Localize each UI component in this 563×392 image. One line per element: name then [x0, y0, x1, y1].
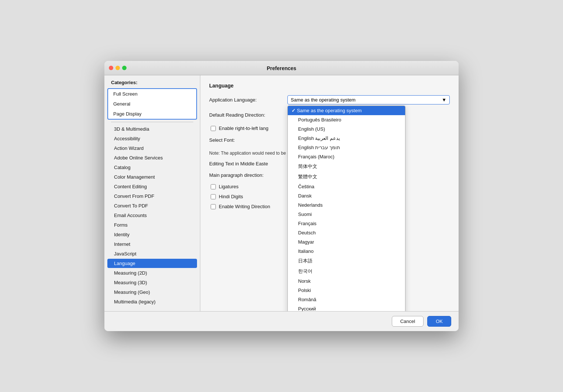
sidebar-item-measuring-2d[interactable]: Measuring (2D)	[107, 268, 197, 278]
ligatures-label: Ligatures	[219, 184, 238, 189]
dropdown-option-en-us[interactable]: English (US)	[288, 124, 405, 134]
dropdown-option-hu[interactable]: Magyar	[288, 237, 405, 247]
sidebar-item-email-accounts[interactable]: Email Accounts	[107, 211, 197, 220]
application-language-row: Application Language: Same as the operat…	[209, 95, 450, 104]
main-panel: Language Application Language: Same as t…	[200, 75, 459, 311]
dropdown-option-de[interactable]: Deutsch	[288, 228, 405, 237]
sidebar-item-multimedia-legacy[interactable]: Multimedia (legacy)	[107, 297, 197, 306]
select-font-label: Select Font:	[209, 137, 283, 143]
sidebar-item-convert-to-pdf[interactable]: Convert To PDF	[107, 201, 197, 210]
window-controls	[109, 66, 127, 70]
writing-direction-label: Enable Writing Direction	[219, 204, 270, 209]
dropdown-option-pl[interactable]: Polski	[288, 286, 405, 295]
dropdown-option-en-he[interactable]: English תומך עברית	[288, 143, 405, 152]
dropdown-option-ru[interactable]: Русский	[288, 304, 405, 311]
dropdown-option-pt-br[interactable]: Português Brasileiro	[288, 115, 405, 124]
dropdown-option-fr-ma[interactable]: Français (Maroc)	[288, 152, 405, 161]
sidebar-item-page-display[interactable]: Page Display	[108, 109, 196, 119]
sidebar-item-content-editing[interactable]: Content Editing	[107, 182, 197, 191]
sidebar-item-action-wizard[interactable]: Action Wizard	[107, 144, 197, 153]
dropdown-option-same-os[interactable]: Same as the operating system	[288, 106, 405, 115]
sidebar-item-catalog[interactable]: Catalog	[107, 163, 197, 172]
footer: Cancel OK	[104, 311, 459, 331]
dropdown-option-ko[interactable]: 한국어	[288, 266, 405, 276]
language-selected-value: Same as the operating system	[291, 97, 356, 103]
sidebar-item-internet[interactable]: Internet	[107, 240, 197, 249]
dropdown-option-ro[interactable]: Română	[288, 295, 405, 304]
dropdown-option-ja[interactable]: 日本語	[288, 256, 405, 266]
rtl-checkbox[interactable]	[211, 126, 216, 131]
minimize-button[interactable]	[115, 66, 120, 70]
dropdown-option-zh-cn[interactable]: 简体中文	[288, 161, 405, 172]
sidebar-item-accessibility[interactable]: Accessibility	[107, 134, 197, 143]
application-language-label: Application Language:	[209, 97, 283, 103]
editing-text-label: Editing Text in Middle Easte	[209, 161, 283, 166]
dropdown-option-zh-tw[interactable]: 繁體中文	[288, 172, 405, 182]
main-paragraph-label: Main paragraph direction:	[209, 172, 283, 178]
sidebar-item-language[interactable]: Language	[107, 259, 197, 268]
dropdown-option-da[interactable]: Dansk	[288, 191, 405, 200]
writing-direction-checkbox[interactable]	[211, 204, 216, 209]
dropdown-option-fr[interactable]: Français	[288, 219, 405, 228]
sidebar-item-identity[interactable]: Identity	[107, 230, 197, 239]
window-title: Preferences	[267, 65, 296, 71]
dropdown-option-no[interactable]: Norsk	[288, 276, 405, 286]
content-area: Categories: Full Screen General Page Dis…	[104, 75, 459, 311]
default-reading-direction-label: Default Reading Direction:	[209, 112, 283, 118]
sidebar-item-color-management[interactable]: Color Management	[107, 172, 197, 182]
language-dropdown-menu: Same as the operating system Português B…	[287, 106, 405, 311]
sidebar-item-measuring-3d[interactable]: Measuring (3D)	[107, 278, 197, 287]
ligatures-checkbox[interactable]	[211, 184, 216, 189]
sidebar-item-javascript[interactable]: JavaScript	[107, 249, 197, 258]
dropdown-option-nl[interactable]: Nederlands	[288, 200, 405, 210]
sidebar-item-adobe-online-services[interactable]: Adobe Online Services	[107, 153, 197, 162]
sidebar-divider	[111, 122, 193, 122]
close-button[interactable]	[109, 66, 113, 70]
dropdown-option-en-ar[interactable]: English يدعم العربية	[288, 134, 405, 143]
rtl-label: Enable right-to-left lang	[219, 125, 268, 131]
sidebar-item-3d-multimedia[interactable]: 3D & Multimedia	[107, 124, 197, 134]
dropdown-arrow-icon: ▼	[442, 97, 446, 103]
sidebar-item-convert-from-pdf[interactable]: Convert From PDF	[107, 192, 197, 201]
sidebar-item-full-screen[interactable]: Full Screen	[108, 89, 196, 99]
hindi-digits-checkbox[interactable]	[211, 194, 216, 199]
ok-button[interactable]: OK	[427, 316, 451, 327]
sidebar-grouped-section: Full Screen General Page Display	[107, 88, 197, 120]
sidebar-header: Categories:	[104, 80, 200, 88]
section-title: Language	[209, 83, 450, 89]
cancel-button[interactable]: Cancel	[392, 316, 424, 327]
sidebar: Categories: Full Screen General Page Dis…	[104, 75, 200, 311]
maximize-button[interactable]	[122, 66, 127, 70]
dropdown-option-it[interactable]: Italiano	[288, 247, 405, 256]
sidebar-item-measuring-geo[interactable]: Measuring (Geo)	[107, 288, 197, 297]
language-dropdown-trigger[interactable]: Same as the operating system ▼	[287, 95, 450, 104]
sidebar-item-forms[interactable]: Forms	[107, 220, 197, 230]
language-dropdown-wrap: Same as the operating system ▼ Same as t…	[287, 95, 450, 104]
hindi-digits-label: Hindi Digits	[219, 194, 243, 199]
dropdown-option-fi[interactable]: Suomi	[288, 210, 405, 219]
sidebar-item-general[interactable]: General	[108, 99, 196, 109]
preferences-window: Preferences Categories: Full Screen Gene…	[104, 61, 459, 331]
dropdown-option-cs[interactable]: Čeština	[288, 182, 405, 191]
title-bar: Preferences	[104, 61, 459, 75]
